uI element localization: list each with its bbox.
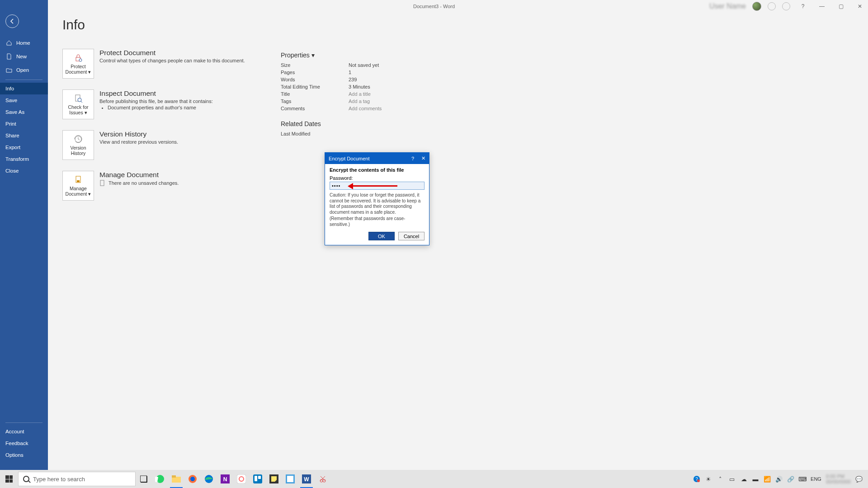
sticky-notes-icon[interactable] [266,470,282,488]
manage-desc: There are no unsaved changes. [108,180,179,186]
file-explorer-icon[interactable] [168,470,184,488]
versionh-heading: Version History [99,130,178,138]
property-row: Total Editing Time3 Minutes [281,83,425,90]
property-value: 239 [349,77,357,82]
search-icon [23,476,29,482]
trello-icon[interactable] [250,470,266,488]
manage-document-button[interactable]: ManageDocument ▾ [62,171,94,201]
property-key: Size [281,62,349,68]
svg-text:W: W [304,476,309,483]
sidebar-item-feedback[interactable]: Feedback [0,437,48,449]
firefox-icon[interactable] [184,470,201,488]
check-issues-button[interactable]: Check forIssues ▾ [62,89,94,119]
chevron-up-icon[interactable]: ˄ [717,475,724,483]
taskbar-search[interactable]: Type here to search [18,472,136,486]
sidebar-item-transform[interactable]: Transform [0,153,48,165]
weather-icon[interactable]: ☀ [705,475,712,483]
protect-document-button[interactable]: ProtectDocument ▾ [62,49,94,79]
content-area: Info ProtectDocument ▾ Protect Document … [48,13,868,470]
dialog-title: Encrypt Document [329,156,369,161]
snip-icon[interactable] [315,470,331,488]
password-label: Password: [330,175,425,181]
sidebar-label: Home [16,40,30,46]
tray-box-icon[interactable]: ▭ [728,475,736,483]
property-row: SizeNot saved yet [281,61,425,69]
svg-point-1 [79,59,82,61]
chevron-down-icon: ▾ [85,110,87,115]
sidebar-item-export[interactable]: Export [0,141,48,153]
sidebar-item-options[interactable]: Options [0,449,48,461]
app-icon[interactable] [233,470,250,488]
dialog-help-button[interactable]: ? [411,156,414,161]
open-icon [5,66,13,74]
app-icon-2[interactable] [282,470,298,488]
cancel-button[interactable]: Cancel [398,232,425,240]
task-view-button[interactable]: ❏ [136,470,152,488]
dialog-close-button[interactable]: ✕ [421,155,425,161]
back-button[interactable] [5,14,19,28]
sidebar-item-open[interactable]: Open [0,63,48,77]
property-value: Not saved yet [349,62,379,68]
history-icon [73,134,83,144]
chevron-down-icon: ▾ [88,191,91,197]
lang-indicator[interactable]: ENG [811,476,821,482]
svg-rect-10 [172,475,176,478]
inspect-item: Document properties and author's name [108,105,213,110]
sidebar-label: Share [5,133,19,138]
property-value[interactable]: Add comments [349,106,382,111]
sidebar-item-close[interactable]: Close [0,165,48,177]
property-row: TagsAdd a tag [281,98,425,105]
sidebar-item-new[interactable]: New [0,50,48,63]
keyboard-icon[interactable]: ⌨ [799,475,806,483]
restore-button[interactable]: ▢ [835,2,847,11]
onenote-icon[interactable]: N [217,470,233,488]
version-history-button[interactable]: VersionHistory [62,130,94,160]
battery-icon[interactable]: ▬ [752,475,759,483]
property-value[interactable]: Add a tag [349,99,370,104]
encrypt-document-dialog: Encrypt Document ? ✕ Encrypt the content… [325,152,429,245]
property-key: Title [281,91,349,97]
inspect-document-section: Check forIssues ▾ Inspect Document Befor… [62,89,252,119]
onedrive-icon[interactable]: ☁ [740,475,747,483]
sidebar-item-account[interactable]: Account [0,426,48,437]
sidebar-item-saveas[interactable]: Save As [0,106,48,118]
volume-icon[interactable]: 🔊 [775,475,783,483]
sidebar-item-home[interactable]: Home [0,36,48,50]
sidebar-label: Save As [5,109,24,115]
link-icon[interactable]: 🔗 [787,475,794,483]
word-icon[interactable]: W [298,470,315,488]
help-button[interactable]: ? [797,2,809,11]
sidebar-item-print[interactable]: Print [0,118,48,130]
whatsapp-icon[interactable] [152,470,168,488]
tray-icon[interactable]: ? [693,475,700,483]
sidebar-item-share[interactable]: Share [0,130,48,141]
new-icon [5,53,13,60]
document-icon [99,180,106,186]
password-input[interactable] [330,182,425,190]
sidebar-item-info[interactable]: Info [0,83,48,94]
svg-rect-23 [287,476,293,482]
property-value[interactable]: Add a title [349,91,371,97]
properties-dropdown[interactable]: Properties▾ [281,52,425,59]
versionh-desc: View and restore previous versions. [99,139,178,145]
related-dates-heading: Related Dates [281,120,425,127]
manage-document-section: ManageDocument ▾ Manage Document There a… [62,171,252,201]
sidebar-label: Account [5,429,24,434]
ok-button[interactable]: OK [368,232,395,240]
face-sad-icon[interactable] [782,2,790,10]
property-key: Total Editing Time [281,84,349,89]
face-icon[interactable] [768,2,776,10]
wifi-icon[interactable]: 📶 [764,475,771,483]
minimize-button[interactable]: — [816,2,828,11]
start-button[interactable] [0,470,18,488]
sidebar-item-save[interactable]: Save [0,94,48,106]
sidebar-label: Options [5,452,24,458]
edge-icon[interactable] [201,470,217,488]
dialog-titlebar[interactable]: Encrypt Document ? ✕ [325,153,429,164]
close-window-button[interactable]: ✕ [854,2,866,11]
user-avatar[interactable] [752,2,761,11]
notifications-icon[interactable]: 💬 [855,475,863,483]
sidebar-label: Feedback [5,441,28,446]
backstage-sidebar: Home New Open Info Save Save As Print Sh… [0,0,48,470]
clock[interactable]: 0:00 PM00/00/0000 [826,474,851,484]
